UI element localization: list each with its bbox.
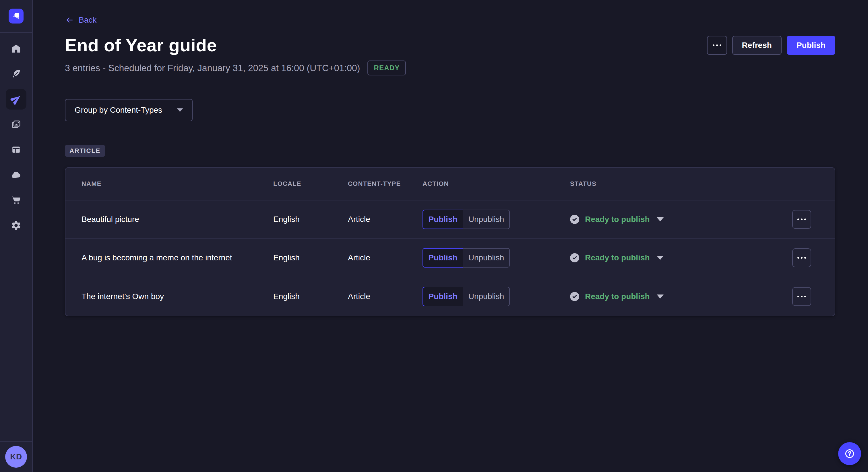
gear-icon [11, 220, 22, 231]
action-toggle: Publish Unpublish [423, 210, 570, 229]
publish-toggle-button[interactable]: Publish [423, 210, 463, 229]
title-row: End of Year guide Refresh Publish [65, 35, 835, 55]
caret-down-icon [657, 217, 663, 222]
check-circle-icon [570, 215, 579, 224]
ready-status-badge: READY [367, 61, 406, 75]
column-header-name: NAME [65, 180, 273, 188]
sidebar-item-marketplace[interactable] [6, 190, 26, 210]
header-actions: Refresh Publish [707, 36, 835, 55]
sidebar-item-home[interactable] [6, 38, 26, 59]
action-toggle: Publish Unpublish [423, 248, 570, 268]
unpublish-toggle-button[interactable]: Unpublish [463, 287, 510, 306]
entry-content-type: Article [348, 292, 423, 301]
row-menu-cell [769, 287, 835, 306]
table-header-row: NAME LOCALE CONTENT-TYPE ACTION STATUS [65, 168, 835, 200]
check-circle-icon [570, 253, 579, 262]
arrow-left-icon [65, 15, 74, 25]
group-by-select[interactable]: Group by Content-Types [65, 99, 193, 121]
table-row: Beautiful picture English Article Publis… [65, 200, 835, 239]
question-mark-icon [844, 448, 856, 460]
entry-content-type: Article [348, 253, 423, 262]
layout-icon [11, 144, 21, 155]
caret-down-icon [657, 256, 663, 260]
row-menu-cell [769, 248, 835, 267]
row-more-button[interactable] [792, 210, 811, 229]
caret-down-icon [177, 108, 183, 112]
sidebar-footer: KD [0, 441, 32, 472]
entries-table: NAME LOCALE CONTENT-TYPE ACTION STATUS B… [65, 167, 835, 316]
release-more-button[interactable] [707, 36, 727, 55]
column-header-action: ACTION [423, 180, 570, 188]
publish-release-button[interactable]: Publish [787, 36, 835, 55]
pictures-icon [11, 119, 22, 130]
content-type-group-chip: ARTICLE [65, 145, 105, 157]
entry-locale: English [273, 253, 348, 262]
home-icon [11, 43, 21, 54]
release-subtitle: 3 entries - Scheduled for Friday, Januar… [65, 63, 360, 73]
column-header-status: STATUS [570, 180, 769, 188]
sidebar-nav [6, 33, 26, 236]
check-circle-icon [570, 292, 579, 301]
table-row: A bug is becoming a meme on the internet… [65, 239, 835, 277]
group-by-label: Group by Content-Types [74, 105, 162, 115]
unpublish-toggle-button[interactable]: Unpublish [463, 210, 510, 229]
entry-locale: English [273, 292, 348, 301]
back-label: Back [79, 15, 96, 25]
ellipsis-icon [713, 44, 721, 46]
sidebar-item-releases[interactable] [6, 89, 26, 109]
back-link[interactable]: Back [65, 15, 96, 25]
entry-content-type: Article [348, 215, 423, 224]
strapi-logo[interactable] [9, 9, 24, 24]
sidebar-item-content-manager[interactable] [6, 64, 26, 84]
status-label: Ready to publish [585, 292, 650, 301]
main-content: Back End of Year guide Refresh Publish 3… [33, 0, 868, 472]
subtitle-row: 3 entries - Scheduled for Friday, Januar… [65, 61, 835, 75]
column-header-locale: LOCALE [273, 180, 348, 188]
entry-name: Beautiful picture [65, 215, 273, 224]
row-menu-cell [769, 210, 835, 229]
user-avatar[interactable]: KD [5, 446, 27, 468]
unpublish-toggle-button[interactable]: Unpublish [463, 248, 510, 268]
sidebar: KD [0, 0, 33, 472]
status-label: Ready to publish [585, 253, 650, 262]
status-label: Ready to publish [585, 215, 650, 224]
logo-area [0, 0, 32, 33]
entry-locale: English [273, 215, 348, 224]
strapi-logo-icon [11, 11, 21, 21]
caret-down-icon [657, 295, 663, 299]
sidebar-item-media-library[interactable] [6, 114, 26, 135]
sidebar-item-cloud[interactable] [6, 165, 26, 185]
feather-icon [11, 69, 21, 79]
refresh-button[interactable]: Refresh [732, 36, 782, 55]
cloud-icon [11, 169, 22, 180]
row-more-button[interactable] [792, 248, 811, 267]
ellipsis-icon [797, 257, 806, 259]
publish-toggle-button[interactable]: Publish [423, 248, 463, 268]
entry-name: The internet's Own boy [65, 292, 273, 301]
help-button[interactable] [838, 442, 861, 465]
releases-page: KD Back End of Year guide Refresh Publis… [0, 0, 868, 472]
entry-status[interactable]: Ready to publish [570, 215, 769, 224]
ellipsis-icon [797, 296, 806, 297]
cart-icon [11, 195, 22, 206]
publish-toggle-button[interactable]: Publish [423, 287, 463, 306]
row-more-button[interactable] [792, 287, 811, 306]
entry-name: A bug is becoming a meme on the internet [65, 253, 273, 262]
action-toggle: Publish Unpublish [423, 287, 570, 306]
sidebar-item-content-type-builder[interactable] [6, 139, 26, 160]
sidebar-item-settings[interactable] [6, 215, 26, 236]
table-row: The internet's Own boy English Article P… [65, 277, 835, 316]
paper-plane-icon [10, 94, 22, 105]
entry-status[interactable]: Ready to publish [570, 253, 769, 262]
ellipsis-icon [797, 218, 806, 220]
column-header-content-type: CONTENT-TYPE [348, 180, 423, 188]
page-title: End of Year guide [65, 35, 217, 55]
entry-status[interactable]: Ready to publish [570, 292, 769, 301]
